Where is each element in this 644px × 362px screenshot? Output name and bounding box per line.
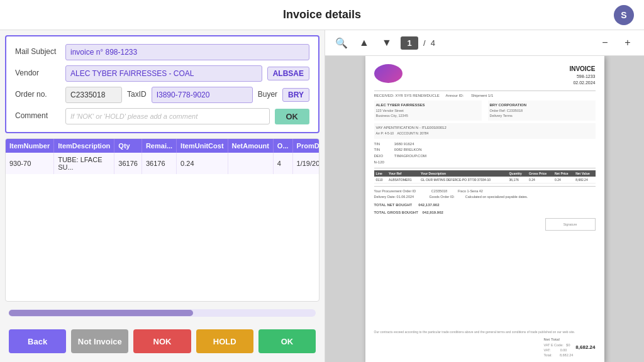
order-value[interactable]: C2335018 (65, 87, 122, 103)
doc-line-items-table: Line Your Ref Your Description Quantity … (374, 170, 596, 184)
main-layout: Mail Subject invoice n° 898-1233 Vendor … (0, 30, 644, 362)
invoice-form-card: Mail Subject invoice n° 898-1233 Vendor … (5, 35, 319, 133)
order-label: Order no. (15, 90, 60, 100)
zoom-out-icon[interactable]: − (596, 34, 614, 52)
nok-button[interactable]: NOK (133, 329, 191, 353)
vendor-badge: ALBSAE (267, 67, 309, 80)
buyer-label: Buyer (258, 90, 277, 100)
cell-remai: 36176 (142, 153, 176, 174)
col-net-amount: NetAmount (228, 139, 273, 153)
cell-prom-do: 1/19/2024 (292, 153, 319, 174)
col-item-number: ItemNumber (6, 139, 54, 153)
doc-notes: Your Procurement Order ID C2335018 Fisco… (374, 189, 596, 200)
next-page-icon[interactable]: ▼ (378, 34, 396, 52)
doc-net-total-value: 8,682.24 (575, 344, 595, 351)
ok-button[interactable]: OK (258, 329, 316, 353)
doc-footer: Our contracts exceed according to the pa… (374, 330, 596, 358)
document-content-area: INVOICE 598-1233 02.02.2024 RECEIVED: XY… (325, 56, 644, 362)
doc-net-total-label: Net Total (544, 337, 574, 343)
vendor-label: Vendor (15, 69, 60, 79)
invoice-info-block: INVOICE 598-1233 02.02.2024 (569, 64, 595, 87)
table-row[interactable]: 930-70 TUBE: LFACE SU... 36176 36176 0.2… (6, 153, 319, 174)
prev-page-icon[interactable]: ▲ (355, 34, 373, 52)
col-remai: Remai... (142, 139, 176, 153)
left-panel: Mail Subject invoice n° 898-1233 Vendor … (0, 30, 325, 362)
total-pages: 4 (431, 38, 435, 48)
inline-ok-button[interactable]: OK (275, 109, 310, 124)
back-button[interactable]: Back (9, 329, 66, 353)
zoom-in-icon[interactable]: + (619, 34, 636, 52)
document-viewer: 🔍 ▲ ▼ 1 / 4 − + INVOICE 598-1233 02.02.2… (325, 30, 644, 362)
document-page: INVOICE 598-1233 02.02.2024 RECEIVED: XY… (365, 56, 604, 362)
tax-value: I3890-778-9020 (152, 87, 253, 103)
col-o: O... (273, 139, 292, 153)
items-table: ItemNumber ItemDescription Qty Remai... … (6, 139, 319, 174)
doc-totals: TOTAL NET BOUGHT 042,137.902 TOTAL GROSS… (374, 202, 596, 216)
app-header: Invoice details S (0, 0, 644, 30)
hold-button[interactable]: HOLD (196, 329, 253, 353)
vendor-logo (374, 64, 402, 83)
comment-label: Comment (15, 111, 60, 121)
table-header: ItemNumber ItemDescription Qty Remai... … (6, 139, 319, 153)
doc-vendor-address: ALEC TYBER FAIRRESSES 123 Vendor StreetB… (374, 101, 482, 121)
viewer-toolbar: 🔍 ▲ ▼ 1 / 4 − + (325, 30, 644, 56)
order-row: Order no. C2335018 TaxID I3890-778-9020 … (15, 87, 309, 103)
action-buttons: Back Not Invoice NOK HOLD OK (5, 324, 319, 357)
vendor-row: Vendor ALEC TYBER FAIRRESSES - COAL ALBS… (15, 65, 309, 82)
doc-meta-grid: TINTINDEION-120 3680 916240082 BRELKONTI… (374, 141, 596, 165)
cell-net-amount (228, 153, 273, 174)
cell-item-description: TUBE: LFACE SU... (54, 153, 114, 174)
page-separator: / (423, 38, 426, 48)
mail-subject-row: Mail Subject invoice n° 898-1233 (15, 44, 309, 60)
col-qty: Qty (114, 139, 142, 153)
doc-address-row: ALEC TYBER FAIRRESSES 123 Vendor StreetB… (374, 101, 596, 121)
scrollbar-thumb[interactable] (9, 310, 193, 316)
current-page: 1 (401, 36, 418, 50)
items-table-card: ItemNumber ItemDescription Qty Remai... … (5, 138, 319, 302)
vendor-value: ALEC TYBER FAIRRESSES - COAL (65, 65, 262, 82)
cell-o: 4 (273, 153, 292, 174)
table-body: 930-70 TUBE: LFACE SU... 36176 36176 0.2… (6, 153, 319, 174)
col-item-unit-cost: ItemUnitCost (177, 139, 228, 153)
page-title: Invoice details (283, 8, 361, 21)
tax-label: TaxID (127, 90, 147, 100)
buyer-badge: BRY (282, 88, 309, 102)
not-invoice-button[interactable]: Not Invoice (71, 329, 128, 353)
col-prom-do: PromDo... (292, 139, 319, 153)
doc-signature-box: Signature (545, 218, 596, 231)
app-icon: S (614, 5, 634, 25)
col-item-description: ItemDescription (54, 139, 114, 153)
mail-subject-label: Mail Subject (15, 47, 60, 57)
cell-item-number: 930-70 (6, 153, 54, 174)
comment-input[interactable]: If 'NOK' or 'HOLD' please add a comment (65, 108, 270, 124)
mail-subject-value: invoice n° 898-1233 (65, 44, 309, 60)
horizontal-scrollbar[interactable] (9, 309, 316, 317)
comment-row: Comment If 'NOK' or 'HOLD' please add a … (15, 108, 309, 124)
doc-customer-info: RECEIVED: XYR SYS RENEWDUCLE Annour ID: … (374, 93, 596, 99)
search-icon[interactable]: 🔍 (333, 34, 350, 52)
doc-bill-to-address: BRY CORPORATION Order Ref: C2335018Deliv… (488, 101, 596, 121)
doc-table-row: 0110 ALBSATOMER1 GL OUR MATINS DEFERCE-P… (374, 177, 596, 184)
cell-qty: 36176 (114, 153, 142, 174)
doc-vay-block: VAY APENTIFICATION N - ITLE00100012 Arr … (374, 123, 596, 139)
doc-signature-area: Signature (374, 218, 596, 231)
cell-unit-cost: 0.24 (177, 153, 228, 174)
